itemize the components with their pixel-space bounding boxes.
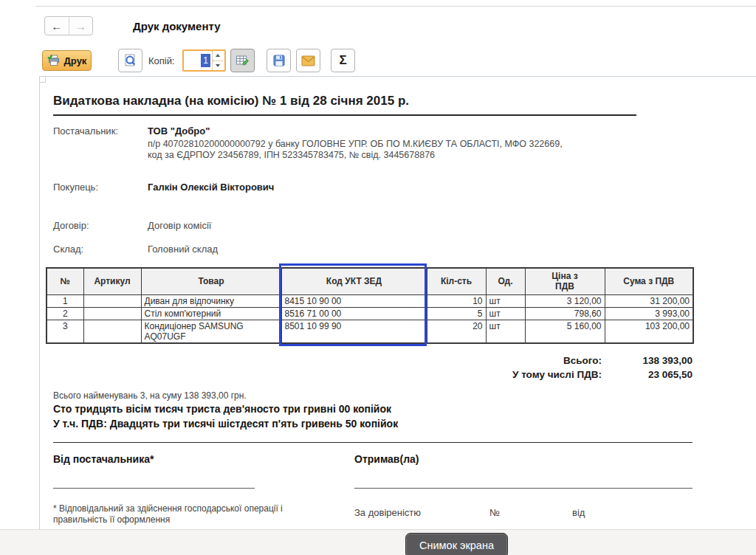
sum-button[interactable]: Σ [331,49,355,72]
printer-icon [47,55,61,66]
print-button[interactable]: Друк [42,50,92,71]
document-area-left-border [39,76,40,530]
bottom-strip [0,530,756,555]
stepper-down-icon[interactable] [213,61,223,71]
col-price: Ціна з ПДВ [525,268,605,294]
copies-stepper[interactable]: 1 [182,49,226,72]
top-divider [35,6,756,7]
table-settings-button[interactable] [230,49,255,72]
sigma-icon: Σ [339,53,346,68]
responsibility-footnote: * Відповідальний за здійснення господарс… [53,503,312,525]
col-product: Товар [141,268,281,294]
print-preview-button[interactable] [118,49,142,72]
contract-value: Договір комісії [148,220,211,231]
email-icon [301,55,315,66]
total-label: Всього: [413,354,602,368]
stepper-up-icon[interactable] [213,51,223,61]
save-button[interactable] [267,49,291,72]
amount-in-words: Сто тридцять вісім тисяч триста дев'янос… [53,403,391,415]
total-value: 138 393,00 [602,354,693,368]
stepper-arrows [212,51,223,70]
vat-in-words: У т.ч. ПДВ: Двадцять три тисячі шістдеся… [53,418,398,430]
col-num: № [47,268,83,294]
col-sum: Сума з ПДВ [605,268,693,294]
vat-label: У тому числі ПДВ: [413,368,602,382]
signature-divider [53,442,693,443]
receiver-signature-title: Отримав(ла) [354,453,419,465]
col-qty: Кіл-сть [427,268,486,294]
ukt-code-column-highlight [279,263,427,346]
back-button[interactable]: ← [45,17,69,35]
copies-value: 1 [201,54,210,67]
warehouse-label: Склад: [53,244,83,255]
copies-input[interactable]: 1 [184,51,212,70]
items-summary: Всього найменувань 3, на суму 138 393,00… [53,390,247,401]
totals-block: Всього: 138 393,00 У тому числі ПДВ: 23 … [413,354,693,382]
nav-history-group: ← → [44,16,93,35]
forward-button[interactable]: → [69,17,93,35]
print-button-label: Друк [64,55,87,66]
page-title: Друк документу [133,20,221,32]
email-button[interactable] [296,49,320,72]
col-unit: Од. [486,268,525,294]
document-area-top-border [39,76,756,77]
print-preview-icon [123,54,137,68]
supplier-value: ТОВ "Добро" [148,125,210,137]
print-document-window: ← → Друк документу Друк Копій: 1 [0,0,756,555]
table-settings-icon [236,54,250,68]
proxy-label: За довіреністю [354,507,421,518]
title-underline [53,114,636,116]
supplier-details-1: п/р 40702810200000000792 у банку ГОЛОВНЕ… [148,139,563,150]
col-article: Артикул [83,268,141,294]
screenshot-button[interactable]: Снимок экрана [405,533,508,555]
buyer-value: Галкін Олексій Вікторович [148,182,274,193]
buyer-label: Покупець: [53,182,98,193]
supplier-details-2: код за ЄДРПОУ 23456789, ІПН 523345783475… [148,150,435,161]
supplier-signature-line [53,488,255,489]
copies-label: Копій: [148,55,175,66]
proxy-number-label: № [489,507,500,518]
proxy-from-label: від [572,507,585,518]
supplier-label: Постачальник: [53,125,118,137]
document-corner-notch [40,77,46,83]
save-icon [272,54,286,67]
document-title: Видаткова накладна (на комісію) № 1 від … [53,94,409,108]
contract-label: Договір: [53,220,89,231]
vat-value: 23 065,50 [602,368,693,382]
warehouse-value: Головний склад [148,244,218,255]
receiver-signature-line [354,488,693,489]
supplier-signature-title: Від постачальника* [53,453,154,465]
